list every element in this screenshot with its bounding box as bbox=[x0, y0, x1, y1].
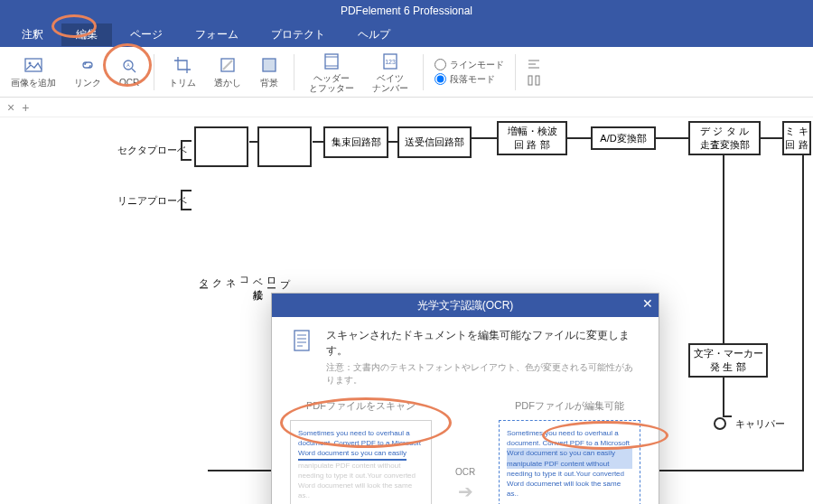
paragraph-mode-radio[interactable]: 段落モード bbox=[435, 73, 504, 86]
bates-icon: 123 bbox=[380, 51, 400, 71]
image-icon bbox=[23, 55, 43, 75]
caliper-node bbox=[714, 417, 726, 430]
bates-number-button[interactable]: 123 ベイツ ナンバー bbox=[369, 50, 412, 95]
ribbon-label: トリム bbox=[169, 77, 196, 89]
close-icon[interactable]: ✕ bbox=[642, 296, 653, 311]
ribbon-label: リンク bbox=[74, 77, 101, 89]
scan-preview: Sometimes you need to overhaul a documen… bbox=[290, 420, 432, 504]
add-tab-icon[interactable]: + bbox=[22, 100, 29, 115]
trim-button[interactable]: トリム bbox=[165, 53, 200, 91]
crop-icon bbox=[173, 55, 192, 75]
caliper-label: キャリパー bbox=[735, 417, 785, 431]
header-footer-icon bbox=[322, 51, 341, 71]
probe-connector-label: プローベ接続コネクター bbox=[197, 271, 292, 283]
diagram-box: A/D変換部 bbox=[591, 126, 656, 150]
app-title: PDFelement 6 Professional bbox=[341, 5, 472, 17]
diagram-box: 送受信回路部 bbox=[397, 126, 472, 158]
edit-col-title: PDFファイルが編集可能 bbox=[499, 399, 640, 413]
svg-line-6 bbox=[223, 61, 232, 70]
diagram-box: デ ジ タ ル 走査変換部 bbox=[688, 121, 761, 155]
watermark-icon bbox=[218, 55, 238, 75]
linear-probe-label: リニアプローベ bbox=[117, 194, 187, 208]
title-bar: PDFelement 6 Professional bbox=[0, 0, 813, 22]
scan-col-title: PDFファイルをスキャン bbox=[290, 399, 432, 413]
ribbon-label: 画像を追加 bbox=[11, 77, 56, 89]
document-canvas: 集束回路部 送受信回路部 増幅・検波 回 路 部 A/D変換部 デ ジ タ ル … bbox=[0, 117, 813, 504]
menu-form[interactable]: フォーム bbox=[181, 23, 253, 46]
ocr-arrow: OCR ➔ bbox=[443, 399, 488, 504]
dialog-desc-sub: 注意：文書内のテキストフォントやレイアウト、色が変更される可能性があります。 bbox=[326, 361, 640, 387]
line-mode-radio[interactable]: ラインモード bbox=[435, 59, 504, 71]
svg-rect-18 bbox=[294, 331, 309, 350]
svg-point-1 bbox=[29, 61, 32, 64]
menu-bar: 注釈 編集 ページ フォーム プロテクト ヘルプ bbox=[0, 22, 813, 47]
close-tab-icon[interactable]: × bbox=[7, 100, 14, 115]
ribbon: 画像を追加 リンク A OCR トリム 透かし 背景 ヘッダー と bbox=[0, 47, 813, 98]
sector-probe-label: セクタプローベ bbox=[117, 144, 187, 157]
ocr-button[interactable]: A OCR bbox=[116, 54, 143, 89]
add-image-button[interactable]: 画像を追加 bbox=[7, 53, 60, 91]
ribbon-label: 背景 bbox=[260, 77, 278, 89]
align-tools bbox=[527, 57, 541, 88]
menu-page[interactable]: ページ bbox=[116, 23, 177, 46]
menu-protect[interactable]: プロテクト bbox=[257, 23, 340, 46]
svg-text:A: A bbox=[126, 62, 130, 68]
header-footer-button[interactable]: ヘッダー とフッター bbox=[305, 50, 358, 95]
menu-edit[interactable]: 編集 bbox=[61, 23, 112, 46]
ribbon-divider bbox=[154, 54, 154, 90]
ribbon-divider bbox=[294, 54, 294, 90]
svg-rect-17 bbox=[536, 76, 539, 85]
svg-text:123: 123 bbox=[385, 59, 396, 65]
watermark-button[interactable]: 透かし bbox=[210, 53, 245, 91]
svg-line-3 bbox=[132, 69, 136, 72]
menu-help[interactable]: ヘルプ bbox=[343, 23, 405, 46]
edit-preview: Sometimes you need to overhaul a documen… bbox=[499, 420, 640, 504]
ribbon-label: 透かし bbox=[214, 77, 241, 89]
ribbon-label: ヘッダー とフッター bbox=[309, 73, 354, 93]
svg-rect-8 bbox=[325, 54, 338, 69]
ocr-dialog: 光学文字認識(OCR) ✕ スキャンされたドキュメントを編集可能なファイルに変更… bbox=[271, 293, 659, 504]
background-button[interactable]: 背景 bbox=[256, 53, 283, 91]
ribbon-divider bbox=[515, 54, 516, 90]
dialog-title: 光学文字認識(OCR) bbox=[417, 298, 514, 313]
align-icon[interactable] bbox=[527, 57, 541, 71]
diagram-box bbox=[194, 126, 248, 167]
svg-rect-16 bbox=[528, 76, 532, 85]
tab-strip: × + bbox=[0, 98, 813, 117]
menu-annotate[interactable]: 注釈 bbox=[7, 23, 58, 46]
edit-mode-group: ラインモード 段落モード bbox=[435, 59, 504, 86]
dialog-title-bar: 光学文字認識(OCR) ✕ bbox=[272, 294, 659, 317]
diagram-box: 集束回路部 bbox=[323, 126, 388, 158]
link-button[interactable]: リンク bbox=[70, 53, 105, 91]
diagram-box bbox=[257, 126, 312, 167]
diagram-box: 増幅・検波 回 路 部 bbox=[497, 121, 567, 155]
ocr-icon: A bbox=[119, 56, 139, 76]
link-icon bbox=[78, 55, 98, 75]
ribbon-divider bbox=[423, 54, 424, 90]
distribute-icon[interactable] bbox=[527, 73, 541, 88]
document-icon bbox=[290, 328, 315, 353]
arrow-right-icon: ➔ bbox=[458, 481, 473, 502]
svg-rect-7 bbox=[263, 59, 276, 71]
ribbon-label: ベイツ ナンバー bbox=[372, 73, 408, 93]
dialog-desc-main: スキャンされたドキュメントを編集可能なファイルに変更します。 bbox=[326, 328, 640, 359]
background-icon bbox=[259, 55, 279, 75]
ribbon-label: OCR bbox=[119, 78, 139, 88]
diagram-box: ミ キ 回 路 bbox=[782, 121, 811, 155]
diagram-box: 文字・マーカー 発 生 部 bbox=[688, 343, 768, 378]
